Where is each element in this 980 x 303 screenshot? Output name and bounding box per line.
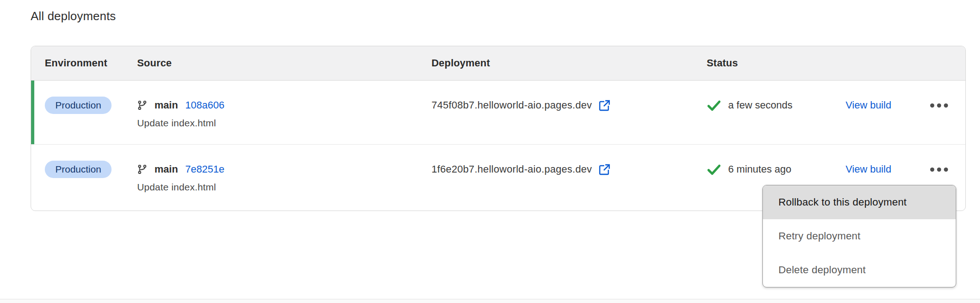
view-build-link[interactable]: View build	[846, 99, 891, 111]
menu-item-delete[interactable]: Delete deployment	[763, 253, 956, 287]
branch-name: main	[154, 99, 178, 111]
external-link-icon[interactable]	[598, 99, 611, 112]
git-branch-icon	[137, 164, 147, 174]
git-branch-icon	[137, 100, 147, 110]
source-cell: main 7e8251e Update index.html	[137, 145, 431, 193]
column-header-status: Status	[707, 57, 846, 69]
external-link-icon[interactable]	[598, 163, 611, 176]
success-check-icon	[707, 163, 721, 176]
status-cell: 6 minutes ago	[707, 145, 846, 179]
column-header-source: Source	[137, 57, 431, 69]
view-build-link[interactable]: View build	[846, 163, 891, 175]
environment-badge: Production	[45, 161, 112, 178]
commit-link[interactable]: 108a606	[185, 99, 224, 111]
deployment-url: 745f08b7.helloworld-aio.pages.dev	[431, 99, 592, 111]
deployment-context-menu: Rollback to this deployment Retry deploy…	[762, 185, 956, 287]
menu-item-retry[interactable]: Retry deployment	[763, 219, 956, 253]
row-menu-button[interactable]	[929, 165, 949, 174]
environment-cell: Production	[45, 81, 137, 114]
commit-message: Update index.html	[137, 118, 431, 129]
success-check-icon	[707, 99, 721, 112]
column-header-deployment: Deployment	[431, 57, 707, 69]
commit-link[interactable]: 7e8251e	[185, 163, 224, 175]
actions-cell: View build	[846, 81, 949, 114]
environment-cell: Production	[45, 145, 137, 179]
page-title: All deployments	[31, 9, 116, 23]
deployment-cell: 1f6e20b7.helloworld-aio.pages.dev	[431, 145, 707, 179]
commit-message: Update index.html	[137, 182, 431, 193]
status-cell: a few seconds	[707, 81, 846, 114]
column-header-environment: Environment	[45, 57, 137, 69]
table-row: Production main 108a606 Update index.htm…	[31, 81, 965, 145]
menu-item-rollback[interactable]: Rollback to this deployment	[763, 185, 956, 219]
deployment-url: 1f6e20b7.helloworld-aio.pages.dev	[431, 163, 592, 175]
status-time: 6 minutes ago	[728, 163, 791, 175]
branch-name: main	[154, 163, 178, 175]
page-bottom-divider	[0, 299, 980, 303]
deployment-cell: 745f08b7.helloworld-aio.pages.dev	[431, 81, 707, 114]
source-cell: main 108a606 Update index.html	[137, 81, 431, 129]
current-deployment-indicator	[31, 81, 34, 144]
row-menu-button[interactable]	[929, 101, 949, 110]
environment-badge: Production	[45, 97, 112, 114]
status-time: a few seconds	[728, 99, 793, 111]
table-header-row: Environment Source Deployment Status	[31, 46, 965, 81]
actions-cell: View build	[846, 145, 949, 179]
